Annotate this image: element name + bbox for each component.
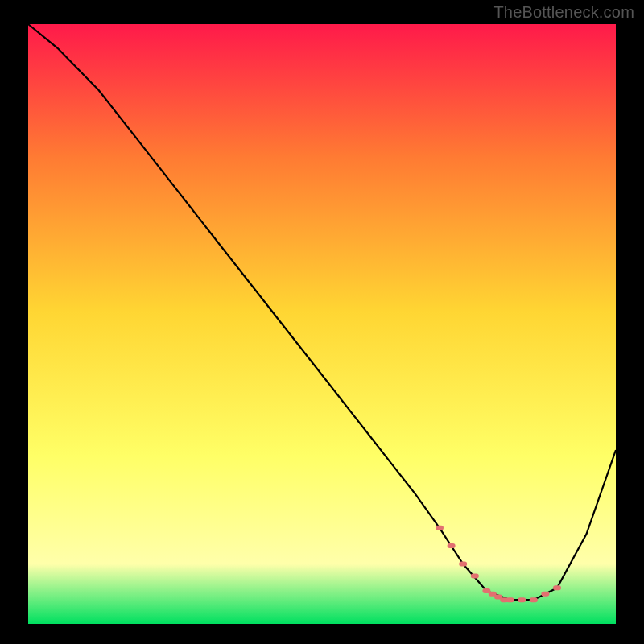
highlight-marker <box>459 562 467 567</box>
highlight-marker <box>553 585 561 590</box>
highlight-marker <box>471 573 479 578</box>
highlight-marker <box>518 597 526 602</box>
plot-gradient-area <box>28 24 616 624</box>
chart-container <box>0 0 644 644</box>
highlight-marker <box>436 526 444 530</box>
highlight-marker <box>448 543 456 548</box>
highlight-marker <box>506 597 514 602</box>
bottleneck-chart <box>0 0 644 644</box>
highlight-marker <box>541 592 549 597</box>
watermark-text: TheBottleneck.com <box>493 3 634 22</box>
highlight-marker <box>530 597 538 602</box>
